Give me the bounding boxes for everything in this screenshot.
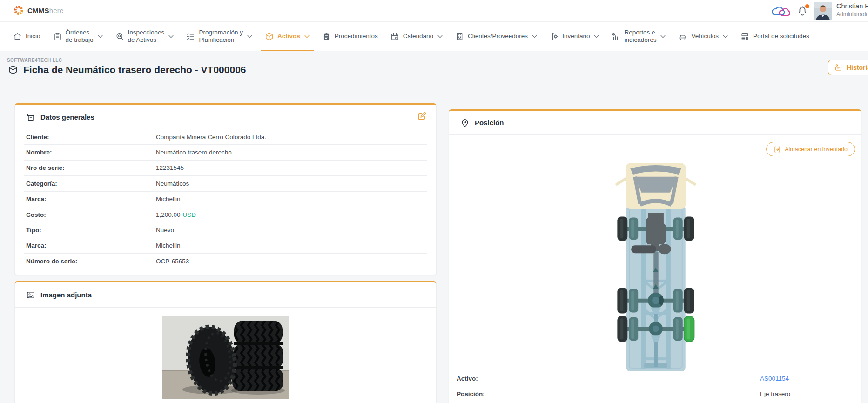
selected-wheel-green	[684, 316, 694, 342]
nav-item-calendario[interactable]: Calendario	[390, 22, 443, 51]
notifications-bell-icon[interactable]	[797, 5, 808, 17]
chevron-down-icon	[723, 35, 728, 38]
brand-name: CMMShere	[27, 7, 63, 14]
field-row-numero-de-serie: Número de serie:OCP-65653	[24, 254, 427, 269]
nav-item-clientes-proveedores[interactable]: Clientes/Proveedores	[455, 22, 537, 51]
field-row-marca: Marca:Michellin	[24, 192, 427, 207]
page-title-row: Ficha de Neumático trasero derecho - VT0…	[8, 64, 246, 75]
field-row-activo: Activo: AS001154	[449, 371, 861, 386]
field-row-nro-de-serie: Nro de serie:12231545	[24, 161, 427, 176]
chevron-down-icon	[168, 35, 174, 38]
work-orders-icon	[53, 32, 62, 41]
nav-item-reportes-e-indicadores[interactable]: Reportes eindicadores	[612, 22, 666, 51]
chevron-down-icon	[304, 35, 310, 38]
datos-generales-header: Datos generales	[15, 105, 436, 129]
posicion-header: Posición	[449, 111, 861, 135]
card-title: Datos generales	[40, 113, 94, 121]
user-name: Christian Pinzo	[836, 2, 868, 10]
field-row-costo: Costo:1,200.00USD	[24, 207, 427, 222]
field-row-categoria: Categoría:Neumáticos	[24, 176, 427, 191]
field-row-nombre: Nombre:Neumático trasero derecho	[24, 145, 427, 160]
user-info: Christian Pinzo Administrador	[836, 2, 868, 18]
tire-photo	[162, 316, 289, 399]
chevron-down-icon	[594, 35, 599, 38]
company-breadcrumb: SOFTWARE4TECH LLC	[7, 58, 62, 63]
inspections-icon	[115, 32, 124, 41]
top-header-bar: CMMShere Christian Pinzo Administrador	[0, 0, 868, 22]
logo-gear-icon	[13, 5, 24, 16]
nav-item-inicio[interactable]: Inicio	[13, 22, 40, 51]
cloud-sync-icon[interactable]	[771, 6, 791, 18]
asset-cube-icon	[8, 65, 18, 75]
nav-item-inventario[interactable]: Inventario	[550, 22, 599, 51]
reports-icon	[612, 32, 620, 41]
main-navigation: Inicio Órdenesde trabajo Inspeccionesde …	[0, 22, 868, 51]
field-rows: Cliente:Compañía Minera Cerro Colorado L…	[24, 129, 427, 269]
map-pin-icon	[460, 118, 470, 128]
imagen-adjunta-card: Imagen adjunta	[14, 281, 437, 403]
nav-item-programacion-y-planificacion[interactable]: Programación yPlanificación	[186, 22, 252, 51]
chevron-down-icon	[532, 35, 537, 38]
nav-item-inspecciones-de-activos[interactable]: Inspeccionesde Activos	[115, 22, 174, 51]
user-avatar[interactable]	[814, 2, 832, 20]
card-title: Imagen adjunta	[40, 291, 92, 299]
planning-icon	[186, 32, 195, 41]
page-title: Ficha de Neumático trasero derecho - VT0…	[23, 64, 246, 75]
image-icon	[26, 290, 35, 300]
assets-icon	[265, 32, 274, 41]
imagen-adjunta-header: Imagen adjunta	[15, 282, 436, 308]
calendar-icon	[390, 32, 399, 41]
chevron-down-icon	[437, 35, 443, 38]
chevron-down-icon	[247, 35, 252, 38]
historial-button[interactable]: Historial	[828, 60, 868, 75]
field-row-posicion: Posición: Eje trasero	[449, 386, 861, 402]
nav-item-activos[interactable]: Activos	[265, 22, 310, 51]
datos-generales-card: Datos generales Cliente:Compañía Minera …	[14, 103, 437, 275]
building-icon	[455, 32, 464, 41]
request-portal-icon	[740, 32, 749, 41]
asset-link[interactable]: AS001154	[760, 375, 789, 382]
history-icon	[834, 64, 842, 72]
truck-position-diagram[interactable]	[613, 163, 698, 372]
chevron-down-icon	[660, 35, 666, 38]
field-row-marca-2: Marca:Michellin	[24, 238, 427, 254]
nav-item-procedimientos[interactable]: Procedimientos	[322, 22, 378, 51]
home-icon	[13, 32, 22, 41]
posicion-card: Posición Almacenar en inventario	[449, 109, 861, 403]
app-logo[interactable]: CMMShere	[13, 5, 63, 16]
card-title: Posición	[475, 119, 504, 127]
archive-box-icon	[26, 113, 35, 122]
user-role: Administrador	[836, 11, 868, 18]
car-icon	[678, 32, 687, 41]
currency-code: USD	[183, 211, 196, 218]
field-row-tipo: Tipo:Nuevo	[24, 222, 427, 238]
position-detail-rows: Activo: AS001154 Posición: Eje trasero	[449, 371, 861, 402]
store-in-inventory-icon	[774, 146, 781, 153]
chevron-down-icon	[98, 35, 103, 38]
nav-item-ordenes-de-trabajo[interactable]: Órdenesde trabajo	[53, 22, 103, 51]
almacenar-en-inventario-button[interactable]: Almacenar en inventario	[766, 142, 855, 156]
notification-badge-dot	[805, 4, 809, 8]
nav-item-portal-de-solicitudes[interactable]: Portal de solicitudes	[740, 22, 809, 51]
field-row-cliente: Cliente:Compañía Minera Cerro Colorado L…	[24, 129, 427, 145]
procedures-icon	[322, 32, 331, 41]
inventory-icon	[550, 32, 558, 41]
nav-item-vehiculos[interactable]: Vehículos	[678, 22, 728, 51]
edit-pencil-icon[interactable]	[417, 111, 427, 121]
